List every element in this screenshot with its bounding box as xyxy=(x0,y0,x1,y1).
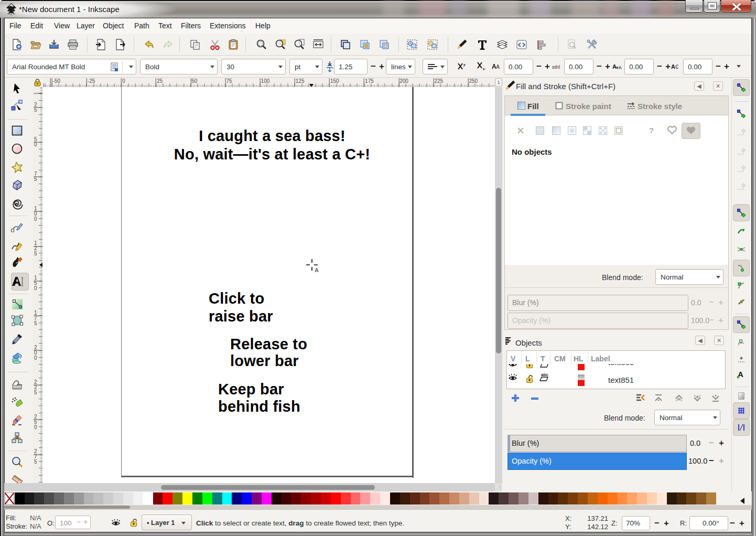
svg-text:tl: tl xyxy=(557,65,560,70)
svg-text:A: A xyxy=(496,64,500,70)
svg-text:∁: ∁ xyxy=(675,64,678,70)
svg-text:A: A xyxy=(315,267,319,273)
svg-text:y: y xyxy=(482,66,485,70)
svg-text:ɪd: ɪd xyxy=(552,65,557,70)
svg-text:abc: abc xyxy=(541,372,548,377)
svg-text:▾A: ▾A xyxy=(615,65,622,70)
svg-text:y: y xyxy=(463,62,466,67)
svg-text:A: A xyxy=(671,63,675,70)
